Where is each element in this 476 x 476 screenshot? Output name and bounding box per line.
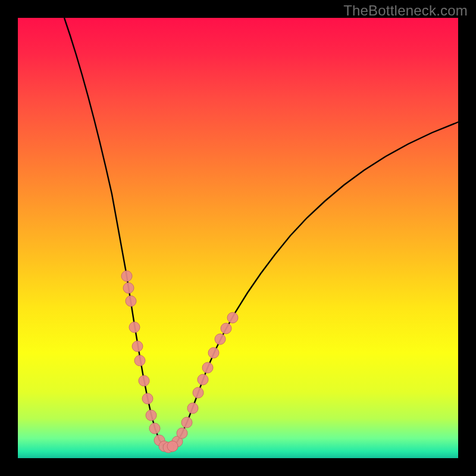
curve-dot — [227, 312, 238, 323]
curve-dot — [146, 410, 156, 421]
curve-dots-right — [167, 312, 238, 452]
curve-dot — [208, 347, 219, 358]
curve-dot — [177, 428, 187, 439]
curve-dot — [134, 355, 145, 366]
curve-dot — [193, 387, 203, 398]
bottleneck-curve — [64, 18, 458, 447]
chart-frame: TheBottleneck.com — [0, 0, 476, 476]
curve-dot — [202, 362, 213, 373]
curve-dots-left — [121, 271, 165, 446]
curve-layer — [18, 18, 458, 458]
curve-dot — [129, 322, 140, 333]
curve-dots-bottom — [159, 441, 178, 453]
curve-dot — [149, 423, 160, 434]
curve-dot — [126, 296, 136, 306]
curve-dot — [181, 417, 192, 428]
curve-dot — [198, 374, 208, 385]
curve-dot — [187, 403, 198, 414]
curve-dot — [215, 334, 226, 345]
curve-dot — [221, 323, 231, 334]
curve-dot — [121, 271, 132, 281]
curve-dot — [167, 441, 178, 452]
plot-area — [18, 18, 458, 458]
curve-dot — [139, 375, 149, 386]
curve-dot — [132, 341, 143, 352]
curve-dot — [123, 283, 134, 293]
curve-dot — [142, 393, 153, 404]
watermark-text: TheBottleneck.com — [343, 2, 468, 19]
